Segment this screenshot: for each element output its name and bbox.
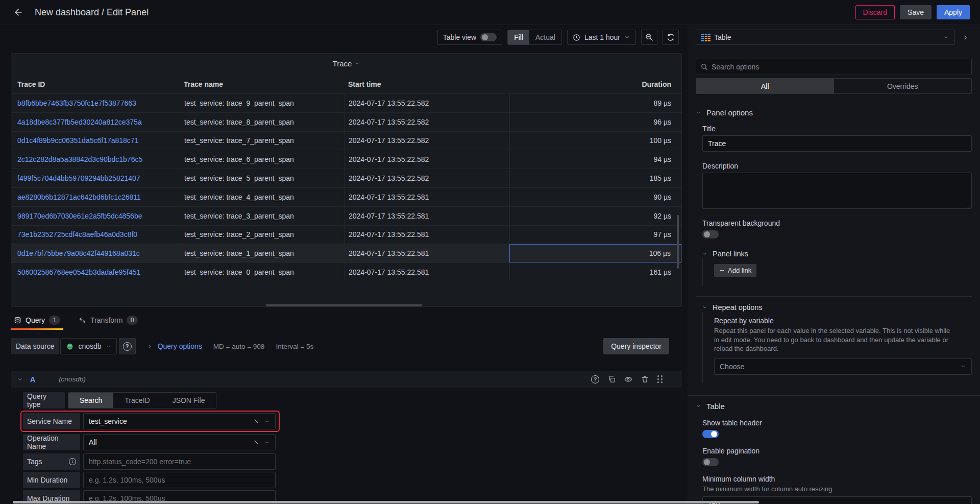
repeat-options-section-header[interactable]: Repeat options <box>702 303 972 311</box>
table-section-header[interactable]: Table <box>696 402 972 411</box>
remove-query-button[interactable] <box>641 375 649 383</box>
tags-label: Tags i <box>23 453 80 470</box>
duration-cell[interactable]: 92 µs <box>509 207 681 225</box>
viz-type-label: Table <box>714 33 731 41</box>
duration-cell[interactable]: 94 µs <box>509 150 681 169</box>
panel-vertical-scrollbar[interactable] <box>677 215 679 269</box>
start-time-cell: 2024-07-17 13:55:22.581 <box>344 207 509 225</box>
datasource-bar: Data source cnosdb ? Query options MD = … <box>11 338 669 354</box>
hide-query-button[interactable] <box>624 375 632 383</box>
duration-cell[interactable]: 106 µs <box>509 244 681 262</box>
options-search-input[interactable] <box>712 63 967 71</box>
panel-description-textarea[interactable] <box>702 173 972 209</box>
start-time-cell: 2024-07-17 13:55:22.581 <box>344 263 509 281</box>
viz-type-select[interactable]: Table <box>696 30 954 45</box>
chevron-down-icon[interactable] <box>264 419 270 424</box>
panel-title-input[interactable] <box>702 135 972 152</box>
search-icon <box>701 63 708 70</box>
show-table-header-toggle[interactable] <box>702 430 719 438</box>
duration-cell[interactable]: 90 µs <box>509 188 681 206</box>
query-type-search[interactable]: Search <box>68 393 113 408</box>
actual-button[interactable]: Actual <box>529 30 561 44</box>
drag-handle-icon[interactable] <box>657 375 663 383</box>
duration-cell[interactable]: 100 µs <box>509 132 681 150</box>
query-help-button[interactable]: ? <box>591 375 599 383</box>
query-inspector-button[interactable]: Query inspector <box>603 338 669 354</box>
operation-name-select[interactable]: All <box>83 434 276 450</box>
trace-panel-title[interactable]: Trace <box>11 54 681 73</box>
pane-splitter-handle[interactable] <box>266 304 422 306</box>
tab-all[interactable]: All <box>696 79 834 93</box>
tab-overrides[interactable]: Overrides <box>834 79 972 93</box>
trace-id-link[interactable]: b8fb6bbe7463fb3750fc1e7f53877663 <box>17 99 136 107</box>
trace-name-cell: test_service: trace_1_parent_span <box>180 244 344 262</box>
datasource-name: cnosdb <box>78 342 101 350</box>
query-editor-header[interactable]: A (cnosdb) ? <box>11 371 682 388</box>
datasource-help-button[interactable]: ? <box>119 338 136 354</box>
trace-id-link[interactable]: 506002586768ee0542b3dadafe95f451 <box>17 268 140 276</box>
trace-id-link[interactable]: 0d1e7bf75bbe79a08c42f449168a031c <box>17 249 140 257</box>
clear-icon[interactable] <box>253 418 259 424</box>
service-name-value: test_service <box>89 417 127 425</box>
datasource-select[interactable]: cnosdb <box>60 338 116 354</box>
refresh-button[interactable] <box>663 30 679 45</box>
resize-handle-icon[interactable] <box>966 203 970 207</box>
col-header-trace-id[interactable]: Trace ID <box>11 75 180 93</box>
start-time-cell: 2024-07-17 13:55:22.582 <box>344 113 509 131</box>
trace-id-link[interactable]: 989170ed6b7030e61e2a5fb5dc4856be <box>17 212 142 220</box>
duration-cell[interactable]: 97 µs <box>509 226 681 244</box>
table-view-toggle[interactable] <box>480 33 497 41</box>
min-duration-input[interactable] <box>89 476 270 484</box>
enable-pagination-toggle[interactable] <box>702 458 719 466</box>
zoom-out-button[interactable] <box>641 30 657 45</box>
window-horizontal-scrollbar[interactable] <box>13 501 759 503</box>
col-header-duration[interactable]: Duration <box>509 75 681 93</box>
transparent-background-toggle[interactable] <box>702 230 719 238</box>
table-row: 0d1c4f89b9cc06351da5c6f17a818c71 test_se… <box>11 131 681 150</box>
duplicate-query-button[interactable] <box>608 375 616 383</box>
duration-cell[interactable]: 89 µs <box>509 94 681 112</box>
chevron-down-icon[interactable] <box>264 440 270 445</box>
col-header-trace-name[interactable]: Trace name <box>180 75 344 93</box>
panel-options-section-header[interactable]: Panel options <box>696 108 972 117</box>
min-duration-label: Min Duration <box>23 472 80 488</box>
trace-id-link[interactable]: ae8280b6b12871ac642bd6bfc1c26811 <box>17 193 141 201</box>
query-options-toggle[interactable]: Query options <box>147 342 202 350</box>
trace-id-link[interactable]: f499f5c704d4bb59709294bb25821407 <box>17 174 140 182</box>
query-type-traceid[interactable]: TraceID <box>113 393 161 408</box>
max-data-points-text: MD = auto = 908 <box>213 343 265 350</box>
tags-row: Tags i <box>23 453 682 470</box>
back-arrow-icon[interactable] <box>11 5 26 19</box>
clear-icon[interactable] <box>253 439 259 445</box>
tab-query[interactable]: Query 1 <box>11 314 63 330</box>
time-range-picker[interactable]: Last 1 hour <box>567 30 636 45</box>
trace-id-link[interactable]: 73e1b2352725cdf4c8aefb46a0d3c8f0 <box>17 230 137 238</box>
operation-name-row: Operation Name All <box>23 434 682 450</box>
trace-id-link[interactable]: 2c12c282d8a5a38842d3c90bdc1b76c5 <box>17 155 142 163</box>
repeat-variable-select[interactable]: Choose <box>714 358 972 375</box>
trace-table: Trace ID Trace name Start time Duration … <box>11 75 681 281</box>
tags-input[interactable] <box>89 458 270 466</box>
query-ref-id: A <box>30 375 35 383</box>
query-type-json-file[interactable]: JSON File <box>161 393 216 408</box>
tab-transform[interactable]: Transform 0 <box>76 314 141 330</box>
discard-button[interactable]: Discard <box>855 5 895 19</box>
collapse-options-button[interactable] <box>959 30 972 45</box>
fill-actual-group: Fill Actual <box>507 30 562 45</box>
chevron-down-icon <box>696 403 701 409</box>
service-name-select[interactable]: test_service <box>83 413 276 429</box>
fill-button[interactable]: Fill <box>508 30 529 44</box>
panel-links-section-header[interactable]: Panel links <box>702 250 972 258</box>
trace-table-header: Trace ID Trace name Start time Duration <box>11 75 681 93</box>
duration-cell[interactable]: 185 µs <box>509 169 681 187</box>
apply-button[interactable]: Apply <box>937 5 970 19</box>
duration-cell[interactable]: 96 µs <box>509 113 681 131</box>
col-header-start-time[interactable]: Start time <box>344 75 509 93</box>
trace-id-link[interactable]: 0d1c4f89b9cc06351da5c6f17a818c71 <box>17 136 138 145</box>
tags-input-wrap <box>83 453 276 470</box>
duration-cell[interactable]: 161 µs <box>509 263 681 281</box>
trace-id-link[interactable]: 4a18dbe8c377fb5ed30240a812ce375a <box>17 118 142 126</box>
start-time-cell: 2024-07-17 13:55:22.582 <box>344 132 509 150</box>
add-link-button[interactable]: Add link <box>714 264 756 277</box>
save-button[interactable]: Save <box>900 5 932 19</box>
